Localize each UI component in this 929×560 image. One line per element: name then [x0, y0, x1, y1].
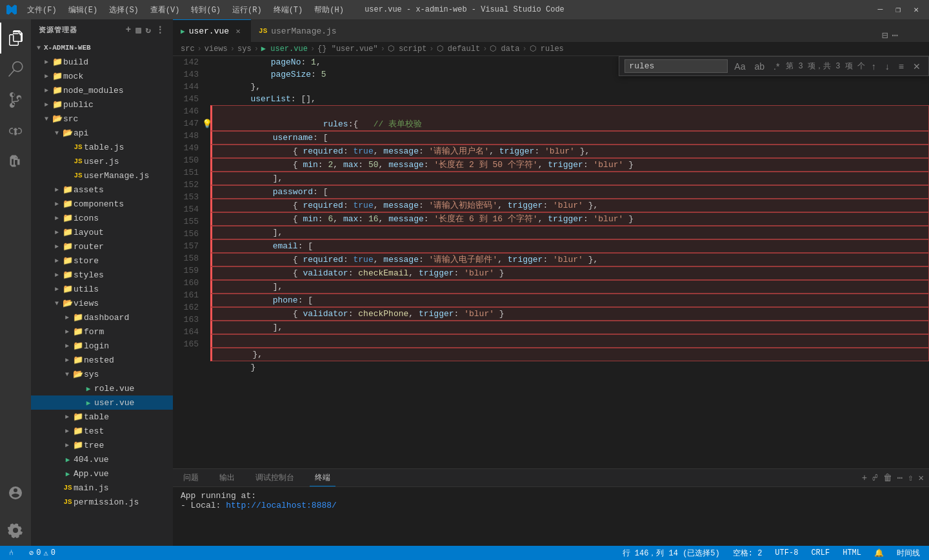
- menu-select[interactable]: 选择(S): [104, 3, 144, 17]
- find-close[interactable]: ✕: [910, 60, 923, 73]
- sidebar-item-src[interactable]: ▼ 📂 src: [31, 112, 173, 126]
- new-file-icon[interactable]: +: [126, 25, 132, 35]
- terminal-tab-output[interactable]: 输出: [214, 470, 240, 486]
- terminal-chevron-up-icon[interactable]: ⇧: [908, 472, 913, 483]
- restore-button[interactable]: ❐: [892, 3, 904, 16]
- breadcrumb-obj[interactable]: {} "user.vue": [317, 45, 378, 54]
- breadcrumb-uservue[interactable]: ▶ user.vue: [261, 44, 308, 54]
- new-folder-icon[interactable]: ▩: [135, 25, 141, 35]
- sidebar-item-root[interactable]: ▼ X-ADMIN-WEB: [31, 41, 173, 55]
- menu-run[interactable]: 运行(R): [227, 3, 267, 17]
- sidebar-item-table[interactable]: ► 📁 table: [31, 410, 173, 424]
- sidebar-item-usermanage-js[interactable]: ► JS userManage.js: [31, 168, 173, 183]
- find-input[interactable]: [624, 59, 728, 73]
- status-git-branch[interactable]: ⑃: [6, 548, 19, 557]
- sidebar-item-utils[interactable]: ► 📁 utils: [31, 282, 173, 296]
- menu-view[interactable]: 查看(V): [145, 3, 185, 17]
- sidebar-item-app-vue[interactable]: ► ▶ App.vue: [31, 466, 173, 481]
- tab-user-vue-close[interactable]: ✕: [233, 26, 243, 36]
- breadcrumb-views[interactable]: views: [205, 45, 228, 54]
- menu-help[interactable]: 帮助(H): [309, 3, 349, 17]
- status-language[interactable]: HTML: [840, 548, 864, 557]
- status-timeline[interactable]: 时间线: [894, 548, 923, 559]
- sidebar-item-dashboard[interactable]: ► 📁 dashboard: [31, 310, 173, 325]
- sidebar-item-store[interactable]: ► 📁 store: [31, 254, 173, 268]
- sidebar-item-icons[interactable]: ► 📁 icons: [31, 211, 173, 225]
- find-next[interactable]: ↓: [883, 60, 892, 73]
- status-bell-icon[interactable]: 🔔: [872, 548, 886, 558]
- sidebar-item-views[interactable]: ▼ 📂 views: [31, 296, 173, 310]
- terminal-add-icon[interactable]: +: [862, 473, 867, 483]
- breadcrumb-default[interactable]: ⬡ default: [437, 44, 481, 54]
- sidebar-item-router[interactable]: ► 📁 router: [31, 239, 173, 254]
- menu-goto[interactable]: 转到(G): [186, 3, 226, 17]
- status-encoding[interactable]: UTF-8: [772, 548, 801, 557]
- sidebar-item-table-js[interactable]: ► JS table.js: [31, 140, 173, 154]
- find-match-case[interactable]: Aa: [732, 60, 748, 73]
- sidebar-item-404-vue[interactable]: ► ▶ 404.vue: [31, 452, 173, 466]
- sidebar-item-test[interactable]: ► 📁 test: [31, 424, 173, 438]
- find-previous[interactable]: ↑: [869, 60, 879, 73]
- sidebar-item-role-vue[interactable]: ► ▶ role.vue: [31, 381, 173, 395]
- sidebar-item-public[interactable]: ► 📁 public: [31, 97, 173, 112]
- sidebar-item-api[interactable]: ▼ 📂 api: [31, 126, 173, 140]
- code-editor[interactable]: 142 143 144 145 146 147 148 149 150 151 …: [173, 56, 929, 468]
- menu-edit[interactable]: 编辑(E): [63, 3, 103, 17]
- breadcrumb-src[interactable]: src: [181, 45, 195, 54]
- terminal-kill-icon[interactable]: 🗑: [883, 473, 892, 483]
- sidebar-item-user-vue[interactable]: ► ▶ user.vue: [31, 395, 173, 410]
- activity-search[interactable]: [0, 54, 31, 85]
- terminal-tab-problems[interactable]: 问题: [178, 470, 204, 486]
- sidebar-item-login[interactable]: ► 📁 login: [31, 339, 173, 353]
- local-url[interactable]: http://localhost:8888/: [226, 501, 337, 510]
- sidebar-item-form[interactable]: ► 📁 form: [31, 325, 173, 339]
- breadcrumb-rules[interactable]: ⬡ rules: [530, 44, 564, 54]
- sidebar-item-sys[interactable]: ▼ 📂 sys: [31, 367, 173, 381]
- sidebar-item-layout[interactable]: ► 📁 layout: [31, 225, 173, 239]
- menu-terminal[interactable]: 终端(T): [268, 3, 308, 17]
- sidebar-item-components[interactable]: ► 📁 components: [31, 197, 173, 211]
- split-editor-icon[interactable]: ⊟: [882, 29, 888, 42]
- activity-account[interactable]: [0, 477, 31, 508]
- tab-user-vue[interactable]: ▶ user.vue ✕: [173, 19, 251, 42]
- terminal-split-icon[interactable]: ☍: [872, 472, 877, 483]
- status-errors[interactable]: ⊘ 0 ⚠ 0: [26, 548, 58, 558]
- status-line-col[interactable]: 行 146，列 14 (已选择5): [620, 548, 723, 559]
- terminal-tab-debug[interactable]: 调试控制台: [250, 470, 299, 486]
- menu-file[interactable]: 文件(F): [22, 3, 62, 17]
- sidebar-item-build[interactable]: ► 📁 build: [31, 55, 173, 69]
- tab-usermanage-js[interactable]: JS userManage.js: [251, 19, 345, 42]
- status-spaces[interactable]: 空格: 2: [730, 548, 765, 559]
- sidebar-item-main-js[interactable]: ► JS main.js: [31, 481, 173, 495]
- sidebar-item-node-modules[interactable]: ► 📁 node_modules: [31, 83, 173, 97]
- activity-git[interactable]: [0, 85, 31, 115]
- sidebar-item-permission-js[interactable]: ► JS permission.js: [31, 495, 173, 509]
- sidebar-item-assets[interactable]: ► 📁 assets: [31, 183, 173, 197]
- find-regex[interactable]: .*: [771, 60, 782, 73]
- collapse-all-icon[interactable]: ⋮: [155, 25, 165, 35]
- breadcrumb-script[interactable]: ⬡ script: [388, 44, 426, 54]
- status-line-ending[interactable]: CRLF: [808, 548, 832, 557]
- breadcrumb-data[interactable]: ⬡ data: [490, 44, 519, 54]
- folder-icon: 📁: [62, 284, 74, 294]
- api-label: api: [74, 128, 173, 138]
- sidebar-item-mock[interactable]: ► 📁 mock: [31, 69, 173, 83]
- close-button[interactable]: ✕: [910, 3, 923, 16]
- activity-debug[interactable]: [0, 115, 31, 146]
- sidebar-item-nested[interactable]: ► 📁 nested: [31, 353, 173, 367]
- terminal-close-icon[interactable]: ✕: [919, 472, 924, 483]
- sidebar-item-tree[interactable]: ► 📁 tree: [31, 438, 173, 452]
- refresh-icon[interactable]: ↻: [146, 25, 152, 35]
- find-toggle-details[interactable]: ≡: [896, 60, 906, 73]
- breadcrumb-sys[interactable]: sys: [237, 45, 252, 54]
- find-whole-word[interactable]: ab: [752, 60, 767, 73]
- activity-settings[interactable]: [0, 515, 31, 546]
- terminal-more-icon[interactable]: ⋯: [897, 472, 903, 483]
- minimize-button[interactable]: —: [874, 3, 887, 16]
- sidebar-item-styles[interactable]: ► 📁 styles: [31, 268, 173, 282]
- terminal-tab-terminal[interactable]: 终端: [310, 470, 335, 486]
- more-tabs-icon[interactable]: ⋯: [892, 29, 898, 42]
- sidebar-item-user-js[interactable]: ► JS user.js: [31, 154, 173, 168]
- activity-explorer[interactable]: [0, 23, 31, 54]
- activity-extensions[interactable]: [0, 146, 31, 177]
